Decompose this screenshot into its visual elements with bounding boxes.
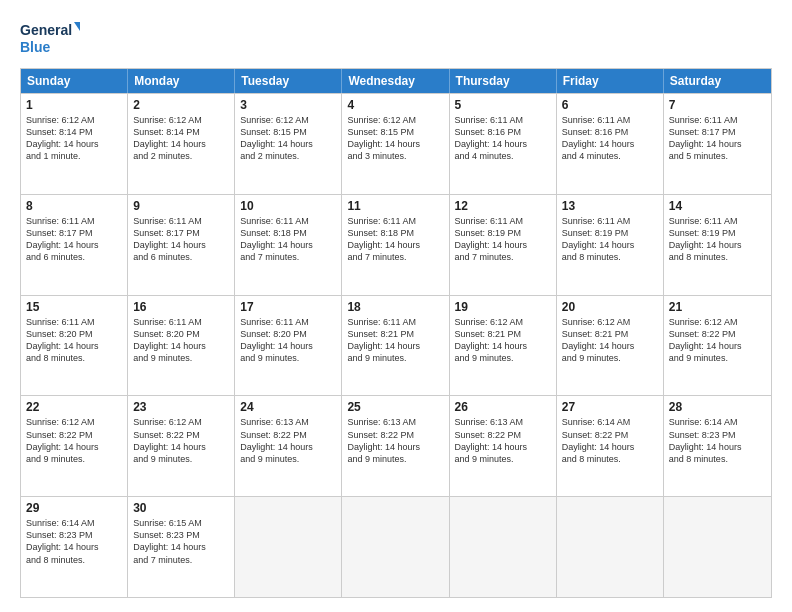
day-number: 7 — [669, 98, 766, 112]
day-header-friday: Friday — [557, 69, 664, 93]
day-cell-20: 20Sunrise: 6:12 AM Sunset: 8:21 PM Dayli… — [557, 296, 664, 396]
day-info: Sunrise: 6:11 AM Sunset: 8:20 PM Dayligh… — [133, 316, 229, 365]
day-number: 12 — [455, 199, 551, 213]
day-info: Sunrise: 6:13 AM Sunset: 8:22 PM Dayligh… — [455, 416, 551, 465]
day-cell-7: 7Sunrise: 6:11 AM Sunset: 8:17 PM Daylig… — [664, 94, 771, 194]
day-cell-27: 27Sunrise: 6:14 AM Sunset: 8:22 PM Dayli… — [557, 396, 664, 496]
svg-text:General: General — [20, 22, 72, 38]
day-cell-29: 29Sunrise: 6:14 AM Sunset: 8:23 PM Dayli… — [21, 497, 128, 597]
calendar-week-3: 15Sunrise: 6:11 AM Sunset: 8:20 PM Dayli… — [21, 295, 771, 396]
day-number: 10 — [240, 199, 336, 213]
day-info: Sunrise: 6:14 AM Sunset: 8:22 PM Dayligh… — [562, 416, 658, 465]
day-info: Sunrise: 6:11 AM Sunset: 8:17 PM Dayligh… — [133, 215, 229, 264]
day-info: Sunrise: 6:11 AM Sunset: 8:19 PM Dayligh… — [669, 215, 766, 264]
day-number: 27 — [562, 400, 658, 414]
day-number: 5 — [455, 98, 551, 112]
day-number: 24 — [240, 400, 336, 414]
day-info: Sunrise: 6:11 AM Sunset: 8:20 PM Dayligh… — [240, 316, 336, 365]
day-cell-3: 3Sunrise: 6:12 AM Sunset: 8:15 PM Daylig… — [235, 94, 342, 194]
calendar-week-1: 1Sunrise: 6:12 AM Sunset: 8:14 PM Daylig… — [21, 93, 771, 194]
day-info: Sunrise: 6:11 AM Sunset: 8:19 PM Dayligh… — [455, 215, 551, 264]
day-info: Sunrise: 6:12 AM Sunset: 8:14 PM Dayligh… — [133, 114, 229, 163]
day-number: 9 — [133, 199, 229, 213]
day-info: Sunrise: 6:14 AM Sunset: 8:23 PM Dayligh… — [26, 517, 122, 566]
day-number: 28 — [669, 400, 766, 414]
day-number: 19 — [455, 300, 551, 314]
day-header-sunday: Sunday — [21, 69, 128, 93]
day-info: Sunrise: 6:11 AM Sunset: 8:16 PM Dayligh… — [562, 114, 658, 163]
day-cell-22: 22Sunrise: 6:12 AM Sunset: 8:22 PM Dayli… — [21, 396, 128, 496]
day-number: 21 — [669, 300, 766, 314]
day-header-tuesday: Tuesday — [235, 69, 342, 93]
day-info: Sunrise: 6:12 AM Sunset: 8:22 PM Dayligh… — [26, 416, 122, 465]
day-info: Sunrise: 6:11 AM Sunset: 8:17 PM Dayligh… — [669, 114, 766, 163]
calendar-header: SundayMondayTuesdayWednesdayThursdayFrid… — [21, 69, 771, 93]
calendar: SundayMondayTuesdayWednesdayThursdayFrid… — [20, 68, 772, 598]
day-info: Sunrise: 6:12 AM Sunset: 8:21 PM Dayligh… — [455, 316, 551, 365]
day-cell-19: 19Sunrise: 6:12 AM Sunset: 8:21 PM Dayli… — [450, 296, 557, 396]
page: General Blue SundayMondayTuesdayWednesda… — [0, 0, 792, 612]
day-cell-5: 5Sunrise: 6:11 AM Sunset: 8:16 PM Daylig… — [450, 94, 557, 194]
calendar-week-5: 29Sunrise: 6:14 AM Sunset: 8:23 PM Dayli… — [21, 496, 771, 597]
day-info: Sunrise: 6:11 AM Sunset: 8:19 PM Dayligh… — [562, 215, 658, 264]
calendar-week-2: 8Sunrise: 6:11 AM Sunset: 8:17 PM Daylig… — [21, 194, 771, 295]
day-number: 11 — [347, 199, 443, 213]
empty-cell-4-4 — [450, 497, 557, 597]
day-info: Sunrise: 6:12 AM Sunset: 8:15 PM Dayligh… — [347, 114, 443, 163]
day-info: Sunrise: 6:11 AM Sunset: 8:21 PM Dayligh… — [347, 316, 443, 365]
day-cell-30: 30Sunrise: 6:15 AM Sunset: 8:23 PM Dayli… — [128, 497, 235, 597]
day-cell-9: 9Sunrise: 6:11 AM Sunset: 8:17 PM Daylig… — [128, 195, 235, 295]
empty-cell-4-2 — [235, 497, 342, 597]
day-info: Sunrise: 6:12 AM Sunset: 8:22 PM Dayligh… — [133, 416, 229, 465]
calendar-week-4: 22Sunrise: 6:12 AM Sunset: 8:22 PM Dayli… — [21, 395, 771, 496]
day-cell-12: 12Sunrise: 6:11 AM Sunset: 8:19 PM Dayli… — [450, 195, 557, 295]
day-number: 26 — [455, 400, 551, 414]
day-info: Sunrise: 6:15 AM Sunset: 8:23 PM Dayligh… — [133, 517, 229, 566]
day-cell-21: 21Sunrise: 6:12 AM Sunset: 8:22 PM Dayli… — [664, 296, 771, 396]
svg-text:Blue: Blue — [20, 39, 51, 55]
day-number: 15 — [26, 300, 122, 314]
day-info: Sunrise: 6:11 AM Sunset: 8:18 PM Dayligh… — [347, 215, 443, 264]
day-number: 4 — [347, 98, 443, 112]
day-number: 1 — [26, 98, 122, 112]
day-number: 18 — [347, 300, 443, 314]
day-header-saturday: Saturday — [664, 69, 771, 93]
day-info: Sunrise: 6:13 AM Sunset: 8:22 PM Dayligh… — [240, 416, 336, 465]
day-number: 23 — [133, 400, 229, 414]
day-number: 20 — [562, 300, 658, 314]
day-number: 6 — [562, 98, 658, 112]
day-number: 25 — [347, 400, 443, 414]
day-info: Sunrise: 6:11 AM Sunset: 8:16 PM Dayligh… — [455, 114, 551, 163]
day-cell-16: 16Sunrise: 6:11 AM Sunset: 8:20 PM Dayli… — [128, 296, 235, 396]
day-cell-18: 18Sunrise: 6:11 AM Sunset: 8:21 PM Dayli… — [342, 296, 449, 396]
svg-marker-2 — [74, 22, 80, 34]
day-cell-17: 17Sunrise: 6:11 AM Sunset: 8:20 PM Dayli… — [235, 296, 342, 396]
day-cell-13: 13Sunrise: 6:11 AM Sunset: 8:19 PM Dayli… — [557, 195, 664, 295]
day-cell-24: 24Sunrise: 6:13 AM Sunset: 8:22 PM Dayli… — [235, 396, 342, 496]
day-cell-28: 28Sunrise: 6:14 AM Sunset: 8:23 PM Dayli… — [664, 396, 771, 496]
day-header-monday: Monday — [128, 69, 235, 93]
day-info: Sunrise: 6:12 AM Sunset: 8:14 PM Dayligh… — [26, 114, 122, 163]
day-number: 22 — [26, 400, 122, 414]
day-header-thursday: Thursday — [450, 69, 557, 93]
logo: General Blue — [20, 18, 80, 58]
day-info: Sunrise: 6:12 AM Sunset: 8:22 PM Dayligh… — [669, 316, 766, 365]
empty-cell-4-5 — [557, 497, 664, 597]
day-info: Sunrise: 6:12 AM Sunset: 8:15 PM Dayligh… — [240, 114, 336, 163]
day-number: 3 — [240, 98, 336, 112]
day-number: 17 — [240, 300, 336, 314]
day-number: 16 — [133, 300, 229, 314]
day-info: Sunrise: 6:11 AM Sunset: 8:18 PM Dayligh… — [240, 215, 336, 264]
day-number: 2 — [133, 98, 229, 112]
day-info: Sunrise: 6:11 AM Sunset: 8:17 PM Dayligh… — [26, 215, 122, 264]
day-cell-23: 23Sunrise: 6:12 AM Sunset: 8:22 PM Dayli… — [128, 396, 235, 496]
calendar-body: 1Sunrise: 6:12 AM Sunset: 8:14 PM Daylig… — [21, 93, 771, 597]
day-cell-26: 26Sunrise: 6:13 AM Sunset: 8:22 PM Dayli… — [450, 396, 557, 496]
day-info: Sunrise: 6:11 AM Sunset: 8:20 PM Dayligh… — [26, 316, 122, 365]
day-info: Sunrise: 6:13 AM Sunset: 8:22 PM Dayligh… — [347, 416, 443, 465]
day-cell-10: 10Sunrise: 6:11 AM Sunset: 8:18 PM Dayli… — [235, 195, 342, 295]
day-number: 8 — [26, 199, 122, 213]
empty-cell-4-6 — [664, 497, 771, 597]
day-info: Sunrise: 6:12 AM Sunset: 8:21 PM Dayligh… — [562, 316, 658, 365]
day-number: 30 — [133, 501, 229, 515]
